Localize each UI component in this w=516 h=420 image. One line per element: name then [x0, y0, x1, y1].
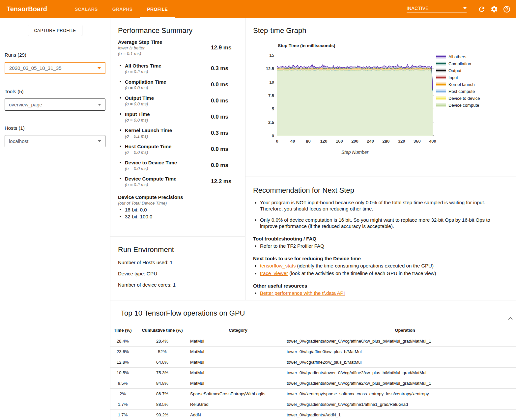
legend-label: Output: [448, 68, 461, 73]
runs-dropdown[interactable]: 2020_03_05_18_31_35: [5, 62, 105, 74]
legend-label: Compilation: [448, 61, 471, 66]
hosts-dropdown[interactable]: localhost: [5, 135, 105, 147]
step-time-graph-section: Step-time Graph 02.557.51012.51504080120…: [245, 18, 516, 177]
bullet: •: [120, 95, 121, 100]
recommendation-subheading: Tool troubleshooting / FAQ: [253, 236, 508, 241]
settings-icon[interactable]: [490, 5, 498, 13]
legend-label: Host compute: [448, 89, 475, 94]
column-header: Time (%): [110, 325, 135, 336]
run-environment-section: Run Environment Number of Hosts used: 1D…: [110, 236, 245, 300]
recommendation-subheading: Other useful resources: [253, 283, 508, 289]
x-tick-label: 240: [367, 139, 374, 144]
x-tick-label: 40: [290, 139, 295, 144]
content: CAPTURE PROFILE Runs (29) 2020_03_05_18_…: [0, 18, 516, 420]
chart-title: Step Time (in milliseconds): [278, 43, 335, 48]
app-title: TensorBoard: [7, 0, 47, 18]
right-column: Step-time Graph 02.557.51012.51504080120…: [245, 18, 516, 300]
run-environment-line: Number of device cores: 1: [118, 282, 237, 288]
main: Performance Summary Average Step Timelow…: [110, 18, 516, 420]
nav-tabs: SCALARSGRAPHSPROFILE: [68, 0, 175, 18]
metric-row: •Output Time(σ = 0.0 ms)0.0 ms: [118, 95, 237, 106]
x-tick-label: 160: [336, 139, 343, 144]
legend-label: Kernel launch: [448, 82, 475, 87]
x-tick-label: 360: [414, 139, 421, 144]
column-header: Cumulative time (%): [135, 325, 189, 336]
step-time-graph-title: Step-time Graph: [253, 26, 516, 35]
bullet: •: [120, 79, 121, 84]
tools-dropdown[interactable]: overview_page: [5, 98, 105, 111]
metrics-list: Average Step Timelower is better(σ = 0.1…: [118, 39, 237, 187]
status-label: INACTIVE: [407, 6, 429, 11]
operation-cell: tower_0/v/cg/affine2/xw_plus_b/MatMul: [287, 357, 516, 368]
time-cell: 23.6%: [110, 347, 135, 357]
capture-profile-button[interactable]: CAPTURE PROFILE: [28, 25, 82, 36]
metric-value: 0.0 ms: [211, 146, 228, 153]
help-icon[interactable]: [503, 5, 511, 13]
operation-cell: tower_0/v/cg/affine0/xw_plus_b/MatMul: [287, 347, 516, 357]
column-header: Operation: [287, 325, 516, 336]
table-row: 9.5%84.8%MatMultower_0/v/gradients/tower…: [110, 378, 516, 389]
legend-label: Input: [448, 75, 458, 80]
table-row: 12.8%64.8%MatMultower_0/v/cg/affine2/xw_…: [110, 357, 516, 368]
tab-graphs[interactable]: GRAPHS: [105, 0, 140, 18]
chevron-down-icon: [98, 67, 101, 69]
metric-value: 0.0 ms: [211, 98, 228, 104]
cumulative-cell: 86.7%: [135, 389, 189, 399]
x-tick-label: 120: [320, 139, 328, 144]
bullet: •: [120, 63, 121, 68]
reload-icon[interactable]: [478, 5, 486, 13]
recommendation-items: Better performance with the tf.data API: [253, 290, 508, 296]
metric-row: •Input Time(σ = 0.0 ms)0.0 ms: [118, 111, 237, 123]
x-tick-label: 80: [306, 139, 310, 144]
y-tick-label: 15: [270, 53, 274, 58]
recommendation-bullet: Only 0.0% of device computation is 16 bi…: [260, 217, 508, 229]
category-cell: ReluGrad: [189, 399, 287, 410]
metric-row: •Compilation Time(σ = 0.0 ms)0.0 ms: [118, 79, 237, 90]
time-cell: 2%: [110, 389, 135, 399]
tab-scalars[interactable]: SCALARS: [68, 0, 105, 18]
sidebar: CAPTURE PROFILE Runs (29) 2020_03_05_18_…: [0, 18, 110, 420]
precisions-subtitle: (out of Total Device Time): [118, 201, 237, 206]
tools-value: overview_page: [9, 102, 42, 107]
time-cell: 12.8%: [110, 357, 135, 368]
table-row: 10.5%75.3%MatMultower_0/v/gradients/towe…: [110, 368, 516, 378]
recommendation-bullet: Your program is NOT input-bound because …: [260, 199, 508, 212]
precision-item: •16-bit: 0.0: [118, 207, 237, 212]
cumulative-cell: 88.5%: [135, 399, 189, 410]
chevron-down-icon: [98, 104, 101, 106]
table-row: 28.4%28.4%MatMultower_0/v/gradients/towe…: [110, 336, 516, 347]
recommendation-subsections: Tool troubleshooting / FAQRefer to the T…: [253, 236, 508, 296]
top-ops-section: Top 10 TensorFlow operations on GPU Time…: [110, 300, 516, 420]
chevron-up-icon[interactable]: [508, 315, 513, 321]
status-dropdown[interactable]: INACTIVE: [407, 6, 467, 13]
link[interactable]: tensorflow_stats: [260, 263, 296, 268]
link[interactable]: Better performance with the tf.data API: [260, 290, 345, 296]
category-cell: SparseSoftmaxCrossEntropyWithLogits: [189, 389, 287, 399]
metric-value: 12.2 ms: [211, 178, 231, 185]
recommendation-item: tensorflow_stats (identify the time-cons…: [260, 263, 508, 269]
metric-value: 12.9 ms: [211, 44, 231, 51]
time-cell: 28.4%: [110, 336, 135, 347]
metric-row: Average Step Timelower is better(σ = 0.1…: [118, 39, 237, 56]
run-environment-line: Number of Hosts used: 1: [118, 260, 237, 265]
y-tick-label: 12.5: [266, 66, 274, 71]
precision-item: •32-bit: 100.0: [118, 214, 237, 219]
runs-label: Runs (29): [5, 52, 105, 58]
link[interactable]: trace_viewer: [260, 270, 288, 276]
navbar: TensorBoard SCALARSGRAPHSPROFILE INACTIV…: [0, 0, 516, 18]
operation-cell: tower_0/v/gradients/AddN_1: [287, 410, 516, 420]
run-environment-line: Device type: GPU: [118, 271, 237, 276]
y-tick-label: 10: [270, 80, 274, 85]
chevron-down-icon: [463, 7, 467, 9]
time-cell: 10.5%: [110, 368, 135, 378]
tab-profile[interactable]: PROFILE: [140, 0, 175, 18]
category-cell: MatMul: [189, 336, 287, 347]
table-row: 1.7%88.5%ReluGradtower_0/v/gradients/tow…: [110, 399, 516, 410]
y-tick-label: 0: [272, 133, 274, 138]
table-row: 1.7%90.2%AddNtower_0/v/gradients/AddN_1: [110, 410, 516, 420]
device-compute-area: [277, 70, 433, 136]
runs-value: 2020_03_05_18_31_35: [9, 65, 62, 71]
metric-label: Average Step Time: [118, 39, 237, 45]
time-cell: 1.7%: [110, 399, 135, 410]
time-cell: 9.5%: [110, 378, 135, 389]
